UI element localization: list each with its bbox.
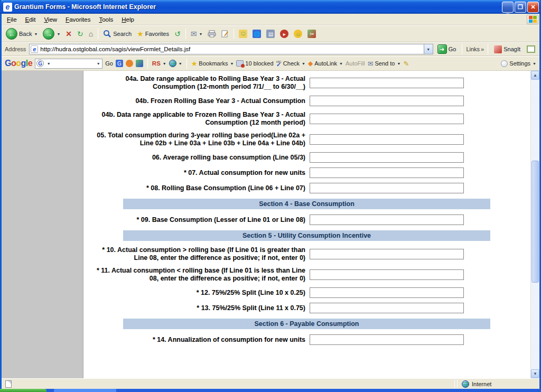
discuss-button[interactable]: 🗨: [237, 29, 249, 39]
menu-view[interactable]: View: [40, 15, 61, 24]
go-button[interactable]: ➜ Go: [435, 44, 459, 54]
field-label: * 13. 75%/25% Split (Line 11 x 0.75): [89, 304, 305, 312]
links-button[interactable]: Links »: [466, 46, 484, 52]
search-icon: [103, 30, 111, 38]
highlighter-icon[interactable]: ✎: [403, 60, 409, 68]
google-go-button[interactable]: Go: [105, 60, 113, 67]
site-globe-button[interactable]: ▼: [169, 60, 182, 67]
settings-button[interactable]: Settings ▼: [501, 60, 536, 67]
autolink-label: AutoLink: [314, 60, 337, 67]
edit-button[interactable]: [219, 30, 231, 38]
forward-button[interactable]: → ▼: [41, 27, 62, 40]
field-label: 06. Average rolling base consumption (Li…: [89, 154, 305, 162]
spellcheck-button[interactable]: ABC✓ Check ▼: [276, 60, 305, 67]
field-input-cell: [310, 334, 464, 345]
autofill-button[interactable]: AutoFill: [346, 60, 365, 67]
history-button[interactable]: ↺: [172, 29, 183, 39]
field-input-cell: [310, 287, 464, 298]
scroll-down-button[interactable]: ▼: [531, 369, 539, 378]
form-row: 04b. Data range applicable to Frozen Rol…: [89, 111, 490, 127]
print-icon: [208, 30, 216, 38]
minimize-button[interactable]: _: [502, 2, 514, 13]
field-input-cell: [310, 183, 464, 193]
zone-label: Internet: [472, 381, 491, 387]
section-header: Section 5 - Utility Consumption Incentiv…: [123, 230, 490, 241]
address-field: e ▼: [29, 44, 433, 54]
refresh-icon: ↻: [77, 30, 83, 38]
google-logo-letter: g: [21, 59, 26, 68]
snagit-window-button[interactable]: [525, 45, 537, 53]
favorites-button[interactable]: ★ Favorites: [135, 29, 171, 39]
home-button[interactable]: ⌂: [87, 29, 95, 39]
internet-zone-icon: [462, 380, 469, 388]
back-button[interactable]: ← Back ▼: [4, 27, 40, 40]
star-icon: ★: [137, 30, 144, 38]
address-dropdown-button[interactable]: ▼: [424, 44, 433, 54]
title-bar: e Grantium Forms - Microsoft Internet Ex…: [0, 0, 541, 14]
form-row: 06. Average rolling base consumption (Li…: [89, 152, 490, 163]
menu-tools[interactable]: Tools: [95, 15, 117, 24]
google-go-label: Go: [105, 60, 113, 67]
field-input[interactable]: [310, 287, 464, 298]
stop-button[interactable]: ✕: [63, 29, 74, 39]
bookmarks-button[interactable]: ★ Bookmarks ▼: [191, 60, 234, 68]
realplayer-button[interactable]: ▸: [278, 29, 291, 39]
rss-button[interactable]: RS ▼: [152, 60, 166, 67]
field-input[interactable]: [310, 269, 464, 280]
news-icon[interactable]: [136, 60, 143, 67]
research-button[interactable]: ▤: [264, 29, 277, 39]
toolbar-separator: [185, 29, 186, 39]
print-button[interactable]: [206, 30, 218, 38]
lucky-icon[interactable]: [126, 60, 133, 67]
mail-button[interactable]: ✉ ▼: [189, 29, 205, 39]
field-input[interactable]: [310, 78, 464, 88]
msn-button[interactable]: ☺: [292, 29, 304, 39]
refresh-button[interactable]: ↻: [75, 29, 86, 39]
scrollbar-thumb[interactable]: [531, 161, 539, 282]
field-input[interactable]: [310, 214, 464, 225]
mail-icon: ✉: [368, 60, 374, 68]
go-icon: ➜: [437, 44, 447, 54]
vertical-scrollbar[interactable]: ▲ ▼: [530, 71, 539, 378]
taskbar-window-button-edge[interactable]: [54, 389, 116, 392]
search-site-icon[interactable]: G: [116, 60, 123, 67]
field-input[interactable]: [310, 183, 464, 193]
menu-help[interactable]: Help: [117, 15, 138, 24]
scroll-up-button[interactable]: ▲: [531, 71, 539, 80]
field-input[interactable]: [310, 167, 464, 178]
field-input[interactable]: [310, 303, 464, 313]
google-search-input[interactable]: [52, 60, 95, 68]
start-button-edge[interactable]: [0, 389, 46, 392]
menu-edit[interactable]: Edit: [21, 15, 40, 24]
capture-button[interactable]: ✂: [305, 29, 318, 39]
form-row: * 13. 75%/25% Split (Line 11 x 0.75): [89, 303, 490, 313]
check-label: Check: [283, 60, 300, 67]
form-items: 04a. Date range applicable to Rolling Ba…: [89, 75, 530, 345]
chevron-down-icon: ▼: [397, 62, 400, 66]
field-input[interactable]: [310, 134, 464, 145]
menu-favorites[interactable]: Favorites: [61, 15, 95, 24]
field-input[interactable]: [310, 249, 464, 259]
maximize-button[interactable]: ❐: [515, 2, 526, 13]
field-input[interactable]: [310, 334, 464, 345]
field-input-cell: [310, 167, 464, 178]
sendto-button[interactable]: ✉ Send to ▼: [368, 60, 401, 68]
mail-icon: ✉: [191, 30, 197, 38]
browser-window: e Grantium Forms - Microsoft Internet Ex…: [0, 0, 541, 392]
field-input[interactable]: [310, 152, 464, 163]
wand-icon: ◆: [308, 60, 313, 67]
realplayer-icon: ▸: [280, 30, 288, 38]
popup-blocker-button[interactable]: 10 blocked: [236, 60, 273, 67]
snagit-button[interactable]: SnagIt: [492, 45, 523, 54]
field-label: 04b. Data range applicable to Frozen Rol…: [89, 111, 305, 127]
messenger-button[interactable]: 🌐: [250, 29, 263, 39]
menu-file[interactable]: File: [3, 15, 21, 24]
field-label: * 07. Actual consumption for new units: [89, 169, 305, 177]
close-button[interactable]: ✕: [527, 2, 539, 13]
search-button[interactable]: Search: [101, 29, 134, 39]
field-input[interactable]: [310, 114, 464, 124]
address-input[interactable]: [40, 45, 423, 53]
scrollbar-track[interactable]: [531, 80, 539, 369]
field-input[interactable]: [310, 96, 464, 106]
autolink-button[interactable]: ◆ AutoLink ▼: [308, 60, 343, 67]
